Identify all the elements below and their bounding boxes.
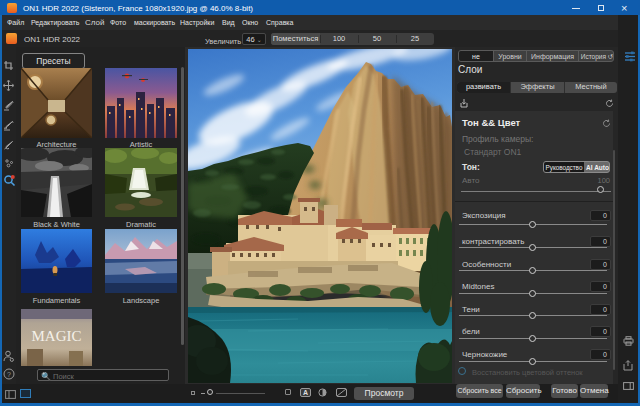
svg-text:MAGIC: MAGIC <box>31 328 81 344</box>
svg-text:?: ? <box>7 371 11 378</box>
